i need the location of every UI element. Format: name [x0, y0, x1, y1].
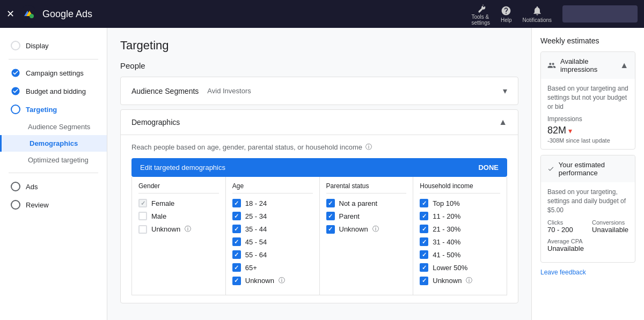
sidebar-review-label: Review [26, 201, 49, 209]
gender-male-row[interactable]: Male [138, 212, 219, 220]
audience-segments-header[interactable]: Audience Segments Avid Investors ▾ [121, 77, 518, 105]
demographics-table: Gender Female Male Unknown [131, 177, 507, 295]
age-unknown-row[interactable]: Unknown ⓘ [232, 276, 313, 285]
age-55-64-row[interactable]: 55 - 64 [232, 250, 313, 259]
not-parent-row[interactable]: Not a parent [326, 199, 407, 207]
close-button[interactable]: ✕ [6, 8, 14, 20]
income-41-50-checkbox[interactable] [420, 250, 428, 259]
gender-unknown-label: Unknown [151, 225, 180, 233]
income-11-20-row[interactable]: 11 - 20% [420, 212, 500, 220]
income-11-20-checkbox[interactable] [420, 212, 428, 220]
sidebar-ads-label: Ads [26, 183, 38, 191]
age-65-plus-checkbox[interactable] [232, 263, 241, 272]
notifications-label: Notifications [523, 17, 552, 23]
age-25-34-row[interactable]: 25 - 34 [232, 212, 313, 220]
available-impressions-header[interactable]: Available impressions ▲ [541, 52, 635, 79]
people-section: People Audience Segments Avid Investors … [120, 61, 518, 303]
sidebar-item-campaign-settings[interactable]: Campaign settings [0, 64, 107, 82]
reach-info-icon: ⓘ [365, 143, 372, 152]
sidebar-divider-1 [9, 59, 98, 59]
top-10-checkbox[interactable] [420, 199, 428, 207]
parent-checkbox[interactable] [326, 212, 335, 220]
age-18-24-checkbox[interactable] [232, 199, 241, 207]
gender-unknown-row[interactable]: Unknown ⓘ [138, 225, 219, 234]
available-impressions-section: Available impressions ▲ Based on your ta… [540, 51, 635, 150]
weekly-estimates-title: Weekly estimates [540, 36, 635, 45]
gender-header: Gender [138, 182, 219, 194]
age-unknown-checkbox[interactable] [232, 277, 241, 285]
income-unknown-row[interactable]: Unknown ⓘ [420, 276, 500, 285]
top-10-row[interactable]: Top 10% [420, 199, 500, 207]
income-41-50-row[interactable]: 41 - 50% [420, 250, 500, 259]
impressions-sub: -308M since last update [547, 137, 628, 144]
parental-unknown-label: Unknown [339, 225, 368, 233]
clicks-value: 70 - 200 [547, 226, 573, 234]
main-layout: Display Campaign settings Budget and bid… [0, 28, 644, 320]
impressions-arrow-icon: ▾ [568, 126, 572, 135]
demographics-chevron-icon: ▲ [499, 117, 507, 127]
age-35-44-checkbox[interactable] [232, 225, 241, 233]
performance-header[interactable]: Your estimated performance [541, 155, 635, 182]
sidebar-item-ads[interactable]: Ads [0, 177, 107, 196]
impressions-value: 82M ▾ [547, 125, 628, 136]
edit-demographics-bar[interactable]: Edit targeted demographics DONE [131, 158, 507, 177]
age-65-plus-row[interactable]: 65+ [232, 263, 313, 272]
age-25-34-checkbox[interactable] [232, 212, 241, 220]
parental-unknown-info-icon: ⓘ [372, 225, 379, 234]
leave-feedback-link[interactable]: Leave feedback [540, 269, 586, 276]
income-21-30-row[interactable]: 21 - 30% [420, 225, 500, 233]
sidebar-item-budget-bidding[interactable]: Budget and bidding [0, 82, 107, 100]
lower-50-label: Lower 50% [433, 264, 467, 272]
sidebar-item-optimized-targeting[interactable]: Optimized targeting [0, 152, 107, 168]
parental-status-column: Parental status Not a parent Parent [320, 177, 414, 295]
demographics-header[interactable]: Demographics ▲ [121, 110, 518, 135]
not-parent-label: Not a parent [339, 199, 378, 207]
audience-segments-header-left: Audience Segments Avid Investors [131, 87, 251, 95]
help-button[interactable]: Help [501, 5, 512, 23]
sidebar-campaign-settings-label: Campaign settings [26, 69, 84, 77]
conversions-value: Unavailable [592, 226, 628, 234]
done-button[interactable]: DONE [478, 163, 499, 172]
sidebar-item-targeting[interactable]: Targeting [0, 100, 107, 118]
parental-unknown-row[interactable]: Unknown ⓘ [326, 225, 407, 234]
age-unknown-info-icon: ⓘ [279, 276, 285, 285]
help-label: Help [501, 17, 512, 23]
right-panel: Weekly estimates Available impressions ▲… [531, 28, 644, 320]
income-31-40-checkbox[interactable] [420, 237, 428, 246]
sidebar-item-review[interactable]: Review [0, 196, 107, 214]
age-45-54-row[interactable]: 45 - 54 [232, 237, 313, 246]
parental-unknown-checkbox[interactable] [326, 225, 335, 234]
clicks-label: Clicks [547, 219, 573, 226]
income-unknown-checkbox[interactable] [420, 277, 428, 285]
household-income-header: Household income [420, 182, 500, 194]
not-parent-checkbox[interactable] [326, 199, 335, 207]
estimated-performance-section: Your estimated performance Based on your… [540, 155, 635, 262]
parent-row[interactable]: Parent [326, 212, 407, 220]
content-area: Targeting People Audience Segments Avid … [107, 28, 531, 320]
male-checkbox[interactable] [138, 212, 147, 220]
sidebar-item-display[interactable]: Display [0, 36, 107, 55]
notifications-icon [532, 5, 543, 16]
age-45-54-checkbox[interactable] [232, 237, 241, 246]
age-unknown-label: Unknown [245, 277, 274, 285]
notifications-button[interactable]: Notifications [523, 5, 552, 23]
income-21-30-checkbox[interactable] [420, 225, 428, 233]
sidebar: Display Campaign settings Budget and bid… [0, 28, 107, 320]
income-31-40-row[interactable]: 31 - 40% [420, 237, 500, 246]
age-35-44-row[interactable]: 35 - 44 [232, 225, 313, 233]
female-checkbox[interactable] [138, 199, 147, 207]
age-18-24-row[interactable]: 18 - 24 [232, 199, 313, 207]
age-55-64-checkbox[interactable] [232, 250, 241, 259]
lower-50-row[interactable]: Lower 50% [420, 263, 500, 272]
available-impressions-header-left: Available impressions [547, 57, 620, 73]
tools-settings-button[interactable]: Tools & settings [471, 2, 489, 26]
people-section-title: People [120, 61, 518, 70]
audience-segments-subtitle: Avid Investors [207, 87, 251, 95]
search-input[interactable] [562, 5, 638, 23]
gender-unknown-checkbox[interactable] [138, 225, 147, 234]
sidebar-item-audience-segments[interactable]: Audience Segments [0, 118, 107, 135]
sidebar-item-demographics[interactable]: Demographics [0, 135, 107, 152]
display-circle-icon [11, 41, 20, 50]
gender-female-row[interactable]: Female [138, 199, 219, 207]
lower-50-checkbox[interactable] [420, 263, 428, 272]
